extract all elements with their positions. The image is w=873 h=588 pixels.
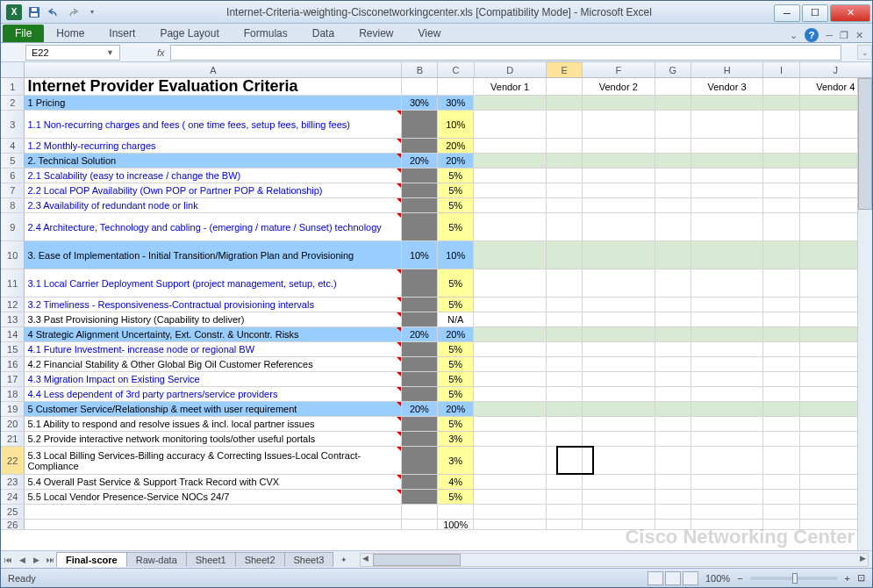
cell-G7[interactable] <box>655 183 691 197</box>
row-header[interactable]: 8 <box>1 198 25 212</box>
row-header[interactable]: 5 <box>1 154 25 168</box>
sheet-tab-sheet1[interactable]: Sheet1 <box>186 552 236 567</box>
cell-B12[interactable] <box>402 298 438 312</box>
cell-E14[interactable] <box>547 327 583 341</box>
cell-C23[interactable]: 4% <box>438 475 474 489</box>
cell-A2[interactable]: 1 Pricing <box>25 96 401 110</box>
sheet-nav-first-icon[interactable]: ⏮ <box>1 553 15 567</box>
cell-G9[interactable] <box>655 213 691 240</box>
doc-minimize-icon[interactable]: ─ <box>826 30 833 40</box>
cell-I22[interactable] <box>763 447 799 474</box>
new-sheet-icon[interactable]: ✦ <box>337 553 351 567</box>
col-header-C[interactable]: C <box>438 62 474 77</box>
undo-icon[interactable] <box>47 5 61 19</box>
row-header[interactable]: 22 <box>1 447 25 474</box>
cell-G22[interactable] <box>655 447 691 474</box>
cell-D22[interactable] <box>474 447 546 474</box>
cell-D14[interactable] <box>474 327 546 341</box>
tab-page-layout[interactable]: Page Layout <box>147 25 231 42</box>
cell-G6[interactable] <box>655 169 691 183</box>
cell-A3[interactable]: 1.1 Non-recurring charges and fees ( one… <box>25 111 401 138</box>
row-header[interactable]: 16 <box>1 357 25 371</box>
close-button[interactable]: ✕ <box>830 4 870 22</box>
cell-A26[interactable] <box>25 520 401 529</box>
hscroll-left-icon[interactable]: ◀ <box>362 554 369 563</box>
cell-B4[interactable] <box>402 139 438 153</box>
cell-I23[interactable] <box>763 475 799 489</box>
cell-H11[interactable] <box>691 269 763 297</box>
cell-D15[interactable] <box>474 342 546 356</box>
hscroll-right-icon[interactable]: ▶ <box>860 554 866 563</box>
cell-I3[interactable] <box>763 111 799 138</box>
cell-B19[interactable]: 20% <box>402 402 438 416</box>
col-header-J[interactable]: J <box>800 62 872 77</box>
select-all-corner[interactable] <box>1 62 25 77</box>
cell-B13[interactable] <box>402 312 438 326</box>
cell-H16[interactable] <box>691 357 763 371</box>
cell-B1[interactable] <box>402 78 438 95</box>
cell-F17[interactable] <box>583 372 655 386</box>
cell-E25[interactable] <box>547 505 583 519</box>
cell-C10[interactable]: 10% <box>438 241 474 269</box>
row-header[interactable]: 26 <box>1 520 25 529</box>
cell-H12[interactable] <box>691 298 763 312</box>
cell-F20[interactable] <box>583 417 655 431</box>
formula-input[interactable] <box>170 45 841 61</box>
cell-G14[interactable] <box>655 327 691 341</box>
name-box[interactable]: E22 ▼ <box>25 45 120 61</box>
cell-D9[interactable] <box>474 213 546 240</box>
col-header-G[interactable]: G <box>655 62 691 77</box>
cell-I8[interactable] <box>763 198 799 212</box>
cell-H17[interactable] <box>691 372 763 386</box>
cell-C2[interactable]: 30% <box>438 96 474 110</box>
cell-C5[interactable]: 20% <box>438 154 474 168</box>
cell-F5[interactable] <box>583 154 655 168</box>
cell-F8[interactable] <box>583 198 655 212</box>
cell-B15[interactable] <box>402 342 438 356</box>
sheet-nav-last-icon[interactable]: ⏭ <box>43 553 57 567</box>
cell-F7[interactable] <box>583 183 655 197</box>
cell-E26[interactable] <box>547 520 583 529</box>
cell-H25[interactable] <box>691 505 763 519</box>
cell-C3[interactable]: 10% <box>438 111 474 138</box>
redo-icon[interactable] <box>66 5 80 19</box>
cell-E16[interactable] <box>547 357 583 371</box>
cell-E10[interactable] <box>547 241 583 269</box>
cell-F24[interactable] <box>583 490 655 504</box>
cell-H22[interactable] <box>691 447 763 474</box>
view-page-break-icon[interactable] <box>683 571 698 585</box>
cell-I7[interactable] <box>763 183 799 197</box>
cell-G12[interactable] <box>655 298 691 312</box>
cell-H4[interactable] <box>691 139 763 153</box>
cell-C17[interactable]: 5% <box>438 372 474 386</box>
cell-H10[interactable] <box>691 241 763 269</box>
cell-G23[interactable] <box>655 475 691 489</box>
cell-C26[interactable]: 100% <box>438 520 474 529</box>
cell-C9[interactable]: 5% <box>438 213 474 240</box>
cell-E11[interactable] <box>547 269 583 297</box>
maximize-button[interactable]: ☐ <box>802 4 828 22</box>
cell-A6[interactable]: 2.1 Scalability (easy to increase / chan… <box>25 169 401 183</box>
cell-E7[interactable] <box>547 183 583 197</box>
cell-E8[interactable] <box>547 198 583 212</box>
cell-C12[interactable]: 5% <box>438 298 474 312</box>
cell-H13[interactable] <box>691 312 763 326</box>
zoom-level[interactable]: 100% <box>705 573 730 584</box>
cell-A8[interactable]: 2.3 Availability of redundant node or li… <box>25 198 401 212</box>
cell-C24[interactable]: 5% <box>438 490 474 504</box>
cell-E17[interactable] <box>547 372 583 386</box>
cell-D19[interactable] <box>474 402 546 416</box>
view-normal-icon[interactable] <box>648 571 663 585</box>
cell-E2[interactable] <box>547 96 583 110</box>
cell-H7[interactable] <box>691 183 763 197</box>
cell-G18[interactable] <box>655 387 691 401</box>
spreadsheet-grid[interactable]: A B C D E F G H I J Cisco Networking Cen… <box>1 62 872 550</box>
cell-B2[interactable]: 30% <box>402 96 438 110</box>
cell-I11[interactable] <box>763 269 799 297</box>
row-header[interactable]: 14 <box>1 327 25 341</box>
cell-A16[interactable]: 4.2 Financial Stability & Other Global B… <box>25 357 401 371</box>
cell-F18[interactable] <box>583 387 655 401</box>
cell-B7[interactable] <box>402 183 438 197</box>
cell-C25[interactable] <box>438 505 474 519</box>
cell-B11[interactable] <box>402 269 438 297</box>
